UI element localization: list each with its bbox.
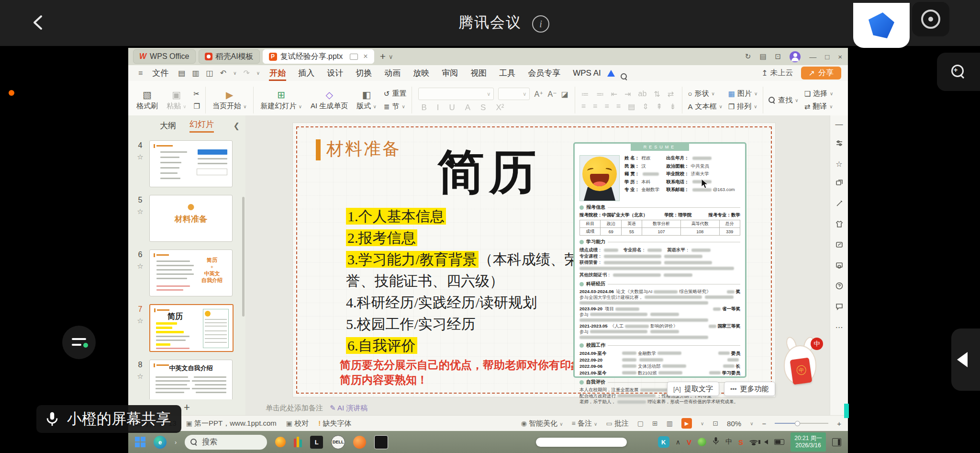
firefox-icon[interactable] <box>353 436 366 449</box>
star-icon[interactable]: ☆ <box>134 262 146 271</box>
tab-outline[interactable]: 大纲 <box>160 120 176 131</box>
avatar[interactable] <box>790 51 801 62</box>
zoom-slider[interactable] <box>775 423 828 424</box>
thumbnail-slide-8[interactable]: 8☆ 中英文自我介绍 <box>149 360 240 399</box>
caption-button[interactable] <box>62 326 96 359</box>
paragraph-icon[interactable]: ≡ <box>616 102 621 111</box>
resume-image[interactable]: RESUME 姓 名程政民 族汉籍 贯学 历本科专 <box>573 142 746 378</box>
clear-format-icon[interactable]: ◪ <box>561 90 568 99</box>
paragraph-icon[interactable]: ⇕ <box>642 102 648 111</box>
picture-button[interactable]: ▦图片 ∨ <box>728 89 758 98</box>
reset-button[interactable]: ↺重置 <box>384 89 407 98</box>
notification-center-icon[interactable] <box>832 438 841 446</box>
missing-font-warning[interactable]: ! 缺失字体 <box>318 419 351 428</box>
more-tools-icon[interactable]: ⋯ <box>835 323 843 332</box>
menu-item[interactable]: 设计 <box>321 65 349 81</box>
font-style-icon[interactable]: X² <box>496 103 504 113</box>
paragraph-icon[interactable]: ▤ <box>628 102 635 111</box>
star-icon[interactable]: ☆ <box>134 317 146 325</box>
star-icon[interactable]: ☆ <box>134 207 146 216</box>
app-black-icon[interactable] <box>374 435 388 449</box>
docer-shirt-icon[interactable] <box>835 220 844 230</box>
normal-view-icon[interactable]: ▢ <box>637 419 644 427</box>
font-style-icon[interactable]: U <box>449 103 455 113</box>
tray-green-icon[interactable] <box>698 438 706 446</box>
ai-notes-button[interactable]: ✎ AI 演讲稿 <box>330 404 368 413</box>
undo-icon[interactable]: ↶ <box>220 68 226 78</box>
menu-item[interactable]: 放映 <box>407 65 435 81</box>
tray-clock[interactable]: 20:21 周一 2026/3/16 <box>791 432 826 452</box>
expand-panel-button[interactable] <box>951 328 980 391</box>
preview-icon[interactable]: ◫ <box>206 68 213 78</box>
paragraph-icon[interactable]: ab <box>638 90 647 99</box>
sorter-view-icon[interactable]: ⊞ <box>652 419 658 427</box>
progress-pill[interactable] <box>536 438 627 447</box>
hamburger-icon[interactable]: ≡ <box>138 69 143 78</box>
tab-list-caret-icon[interactable]: ∨ <box>389 53 393 60</box>
notes-button[interactable]: ≡ 备注 ∨ <box>572 419 598 428</box>
shapes-button[interactable]: ○形状 ∨ <box>688 89 722 98</box>
thumbnail-slide-7[interactable]: 7☆ 简历 <box>149 304 240 352</box>
new-slide-button[interactable]: ⊞新建幻灯片 ∨ <box>256 83 306 117</box>
properties-icon[interactable] <box>835 139 844 149</box>
tray-expand-icon[interactable]: ∧ <box>676 438 680 446</box>
font-size-select[interactable]: ∨ <box>498 88 530 100</box>
sync-icon[interactable]: ↻ <box>745 52 751 61</box>
menu-file[interactable]: 文件 <box>146 65 175 81</box>
menu-item[interactable]: 插入 <box>292 65 321 81</box>
menu-item[interactable]: 视图 <box>464 65 493 81</box>
tray-wps-icon[interactable]: V <box>687 438 691 446</box>
star-icon[interactable]: ☆ <box>134 153 146 161</box>
paragraph-icon[interactable]: ⇟ <box>669 102 676 111</box>
book-search-icon[interactable] <box>835 261 844 272</box>
taskbar-chevron-right-icon[interactable]: › <box>175 439 177 446</box>
font-style-icon[interactable]: B <box>421 103 426 113</box>
collapse-strip-icon[interactable]: — <box>835 120 843 129</box>
tab-slides[interactable]: 幻灯片 <box>189 119 214 133</box>
zoom-slider-knob[interactable] <box>795 421 800 426</box>
template-source[interactable]: ▣ 第一PPT，www.1ppt.com <box>186 419 277 428</box>
maximize-icon[interactable]: □ <box>825 53 829 61</box>
menu-item[interactable]: 切换 <box>349 65 378 81</box>
favorites-icon[interactable]: ☆ <box>835 159 842 169</box>
start-button[interactable] <box>135 437 145 447</box>
tray-k-app-icon[interactable]: K <box>658 436 669 448</box>
switch-window-icon[interactable] <box>835 179 844 189</box>
menu-item[interactable]: 开始 <box>263 65 292 81</box>
record-button[interactable] <box>912 2 949 36</box>
cut-button[interactable]: ✂ <box>194 90 200 98</box>
smart-beautify-button[interactable]: ◉ 智能美化 ∨ <box>521 419 563 428</box>
edge-icon[interactable]: e <box>154 436 167 449</box>
notes-bar[interactable]: 单击此处添加备注 ✎ AI 演讲稿 <box>266 404 368 413</box>
paragraph-icon[interactable]: ≡ <box>604 102 609 111</box>
paragraph-icon[interactable]: ≕ <box>596 90 604 99</box>
taskbar-search[interactable]: 搜索 <box>185 435 267 450</box>
select-button[interactable]: ❏选择 ∨ <box>804 89 834 98</box>
ai-page-button[interactable]: ◇AI 生成单页 <box>306 83 352 117</box>
thumbnail-scrollbar[interactable] <box>242 197 245 317</box>
notes-placeholder[interactable]: 单击此处添加备注 <box>266 404 323 413</box>
paragraph-icon[interactable]: ⇥ <box>624 90 631 99</box>
translate-button[interactable]: ⇄翻译 ∨ <box>804 102 834 111</box>
comment-bubble-icon[interactable] <box>835 302 844 313</box>
app-dark-icon[interactable]: L <box>310 436 323 449</box>
star-icon[interactable]: ☆ <box>134 372 146 381</box>
paragraph-icon[interactable]: ⇞ <box>656 102 662 111</box>
beautify-wand-icon[interactable] <box>835 199 844 210</box>
format-painter-button[interactable]: ▧格式刷 <box>132 83 162 117</box>
tab-wps-office[interactable]: W WPS Office <box>133 49 196 64</box>
collapse-panel-icon[interactable]: ❮ <box>234 121 240 130</box>
section-button[interactable]: ≣节 ∨ <box>384 102 407 111</box>
zoom-out-button[interactable]: − <box>762 419 766 428</box>
zoom-caret-icon[interactable]: ∨ <box>750 421 753 426</box>
print-icon[interactable]: ▥ <box>192 68 199 78</box>
font-family-select[interactable]: ∨ <box>418 88 494 100</box>
info-icon[interactable]: i <box>532 15 549 33</box>
cloud-status[interactable]: ↥未上云 <box>761 68 793 78</box>
extract-text-button[interactable]: [A]提取文字 <box>667 382 719 396</box>
zoom-level[interactable]: 80% <box>727 419 741 428</box>
tray-ime-icon[interactable]: 中 <box>725 438 732 446</box>
font-increase-icon[interactable]: A⁺ <box>534 90 543 99</box>
help-icon[interactable] <box>835 282 844 292</box>
slideshow-caret-icon[interactable]: ∨ <box>701 421 704 426</box>
